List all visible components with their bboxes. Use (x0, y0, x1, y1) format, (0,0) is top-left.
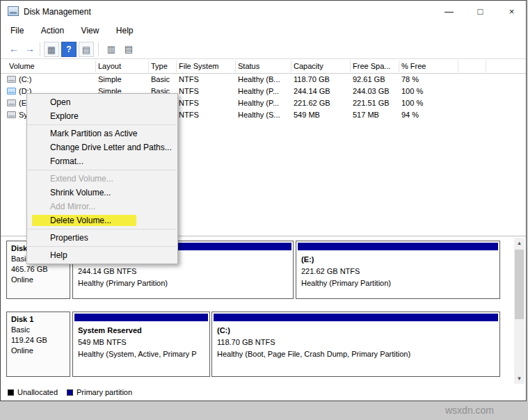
column-divider[interactable] (291, 60, 291, 72)
menu-item-change-drive-letter[interactable]: Change Drive Letter and Paths... (27, 140, 177, 154)
partition-name: System Reserved (78, 325, 209, 337)
watermark: wsxdn.com (445, 405, 494, 416)
volume-capacity: 244.14 GB (294, 86, 349, 97)
primary-partition-color-bar (214, 314, 498, 321)
column-divider[interactable] (176, 60, 177, 72)
partition-size: 221.62 GB NTFS (301, 266, 499, 277)
close-button[interactable]: × (496, 1, 527, 22)
column-header-volume[interactable]: Volume (9, 59, 93, 74)
volume-list-header: Volume Layout Type File System Status Ca… (1, 59, 526, 74)
volume-name: (C:) (19, 74, 93, 86)
toolbar-separator (40, 42, 40, 56)
export-list-icon[interactable]: ▤ (79, 42, 94, 57)
volume-file-system: NTFS (179, 86, 233, 97)
volume-pct-free: 100 % (401, 86, 454, 97)
legend-label: Primary partition (77, 388, 132, 396)
partition-size: 118.70 GB NTFS (217, 337, 499, 348)
console-tree-icon[interactable]: ▦ (44, 42, 59, 57)
column-divider[interactable] (95, 60, 96, 72)
menu-file[interactable]: File (3, 22, 31, 39)
action-menu-icon[interactable]: ▥ (104, 42, 119, 57)
vertical-scrollbar[interactable]: ▴ ▾ (514, 238, 525, 384)
volume-layout: Simple (98, 74, 145, 86)
partition-size: 244.14 GB NTFS (78, 266, 293, 277)
back-arrow-icon[interactable]: ← (6, 42, 22, 57)
menu-item-delete-volume[interactable]: Delete Volume... (27, 213, 177, 227)
disk-size: 119.24 GB (11, 335, 70, 346)
column-divider[interactable] (148, 60, 149, 72)
menu-item-shrink-volume[interactable]: Shrink Volume... (27, 186, 177, 200)
column-divider[interactable] (399, 60, 399, 72)
help-icon[interactable]: ? (61, 42, 77, 57)
primary-partition-color-bar (74, 314, 208, 321)
disk-size: 465.76 GB (11, 264, 70, 275)
volume-capacity: 221.62 GB (294, 97, 349, 109)
column-header-pct-free[interactable]: % Free (401, 59, 454, 74)
column-divider[interactable] (486, 60, 486, 72)
partition-block-system-reserved[interactable]: System Reserved 549 MB NTFS Healthy (Sys… (72, 312, 210, 377)
volume-capacity: 118.70 GB (294, 74, 349, 86)
column-header-file-system[interactable]: File System (179, 59, 233, 74)
column-divider[interactable] (235, 60, 236, 72)
primary-partition-swatch (67, 389, 73, 396)
menu-item-mark-partition-active[interactable]: Mark Partition as Active (27, 127, 177, 140)
volume-pct-free: 78 % (401, 74, 454, 86)
menu-separator (28, 229, 177, 229)
volume-pct-free: 94 % (401, 109, 454, 121)
volume-capacity: 549 MB (294, 109, 349, 121)
maximize-button[interactable]: □ (465, 1, 496, 22)
partition-name: (C:) (217, 325, 499, 337)
menu-help[interactable]: Help (109, 22, 141, 39)
column-header-type[interactable]: Type (151, 59, 175, 74)
volume-icon (7, 76, 16, 83)
menu-view[interactable]: View (74, 22, 106, 39)
volume-icon-selected (7, 88, 16, 95)
menu-item-help[interactable]: Help (27, 248, 177, 262)
menu-item-format[interactable]: Format... (27, 154, 177, 168)
scroll-down-icon[interactable]: ▾ (514, 373, 525, 384)
legend-item-unallocated: Unallocated (8, 387, 58, 397)
menu-separator (28, 170, 177, 170)
partition-block-c[interactable]: (C:) 118.70 GB NTFS Healthy (Boot, Page … (211, 312, 500, 377)
menu-action[interactable]: Action (34, 22, 71, 39)
unallocated-swatch (8, 389, 14, 396)
column-header-free-space[interactable]: Free Spa... (353, 59, 397, 74)
menu-item-add-mirror: Add Mirror... (27, 200, 177, 213)
menu-item-properties[interactable]: Properties (27, 231, 177, 245)
column-header-capacity[interactable]: Capacity (294, 59, 349, 74)
disk-status: Online (11, 275, 70, 285)
scroll-up-icon[interactable]: ▴ (514, 238, 525, 248)
column-header-layout[interactable]: Layout (98, 59, 145, 74)
volume-free-space: 517 MB (353, 109, 397, 121)
disk-status: Online (11, 346, 70, 356)
minimize-button[interactable]: — (433, 1, 465, 22)
partition-status: Healthy (Primary Partition) (78, 277, 293, 289)
volume-free-space: 221.51 GB (353, 97, 397, 109)
volume-pct-free: 100 % (401, 97, 454, 109)
legend-item-primary-partition: Primary partition (67, 387, 132, 397)
disk1-info-panel[interactable]: Disk 1 Basic 119.24 GB Online (6, 312, 70, 377)
disk-management-app-icon (8, 6, 19, 16)
column-header-status[interactable]: Status (238, 59, 289, 74)
partition-size: 549 MB NTFS (78, 337, 209, 348)
menu-bar: File Action View Help (3, 22, 526, 40)
volume-free-space: 92.61 GB (353, 74, 397, 86)
partition-block-e[interactable]: (E:) 221.62 GB NTFS Healthy (Primary Par… (296, 241, 500, 299)
volume-status: Healthy (P... (238, 97, 289, 109)
column-divider[interactable] (458, 60, 458, 72)
volume-file-system: NTFS (179, 97, 233, 109)
menu-item-explore[interactable]: Explore (27, 109, 177, 123)
column-divider[interactable] (350, 60, 351, 72)
volume-status: Healthy (B... (238, 74, 289, 86)
volume-file-system: NTFS (179, 74, 233, 86)
forward-arrow-icon[interactable]: → (22, 42, 38, 57)
toolbar-separator (98, 42, 99, 56)
toolbar: ← → ▦ ? ▤ ▥ ▤ (1, 40, 526, 59)
view-options-icon[interactable]: ▤ (121, 42, 136, 57)
volume-row-c[interactable]: (C:) Simple Basic NTFS Healthy (B... 118… (1, 74, 526, 86)
scrollbar-thumb[interactable] (515, 250, 524, 319)
menu-item-open[interactable]: Open (27, 95, 177, 109)
menu-separator (28, 124, 177, 125)
disk-type: Basic (11, 325, 70, 335)
partition-status: Healthy (System, Active, Primary P (78, 348, 209, 360)
